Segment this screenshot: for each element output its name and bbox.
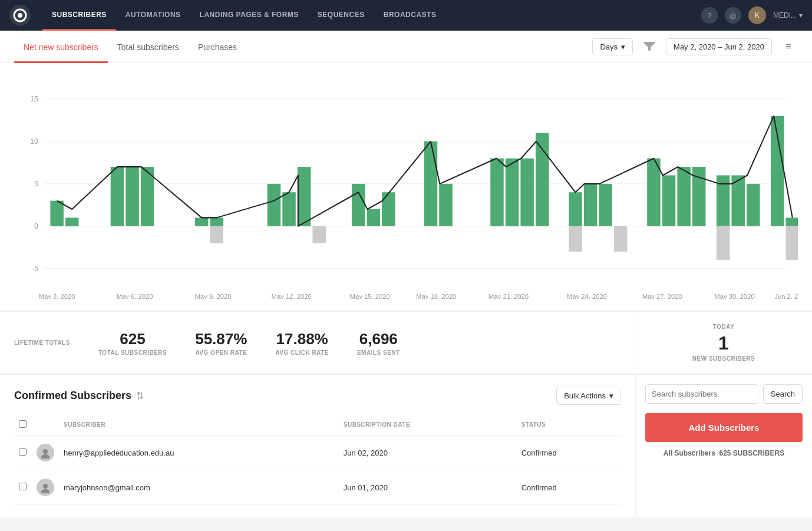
help-icon[interactable]: ?	[701, 7, 718, 24]
svg-rect-25	[352, 184, 365, 226]
search-row: Search	[645, 384, 803, 404]
subscribers-table: SUBSCRIBER SUBSCRIPTION DATE STATUS henr…	[14, 414, 621, 505]
chart-section: Net new subscribers Total subscribers Pu…	[0, 31, 812, 311]
col-date: SUBSCRIPTION DATE	[339, 414, 517, 436]
row-checkbox-2[interactable]	[19, 483, 27, 490]
svg-text:May 24, 2020: May 24, 2020	[567, 293, 607, 299]
nav-automations[interactable]: AUTOMATIONS	[116, 0, 190, 31]
svg-text:0: 0	[34, 222, 38, 230]
navigation: SUBSCRIBERS AUTOMATIONS LANDING PAGES & …	[0, 0, 812, 31]
svg-text:May 18, 2020: May 18, 2020	[416, 293, 456, 299]
col-status: STATUS	[517, 414, 621, 436]
lower-section: Confirmed Subscribers ⇅ Bulk Actions ▾ S…	[0, 374, 812, 517]
notifications-icon[interactable]: ◎	[725, 7, 741, 24]
svg-rect-40	[662, 175, 676, 226]
svg-text:Jun 2, 2020: Jun 2, 2020	[774, 293, 798, 299]
search-input[interactable]	[645, 384, 758, 404]
svg-text:May 27, 2020: May 27, 2020	[642, 293, 682, 299]
open-rate-value: 55.87%	[195, 330, 247, 348]
nav-landing-pages[interactable]: LANDING PAGES & FORMS	[190, 0, 308, 31]
stats-right: TODAY 1 NEW SUBSCRIBERS	[635, 312, 812, 374]
svg-rect-13	[50, 201, 64, 226]
section-title: Confirmed Subscribers	[14, 390, 131, 402]
stat-open-rate: 55.87% AVG OPEN RATE	[195, 330, 247, 356]
svg-rect-34	[569, 192, 582, 226]
stats-left: LIFETIME TOTALS 625 TOTAL SUBSCRIBERS 55…	[0, 312, 635, 374]
total-subscribers-value: 625	[98, 330, 167, 348]
lifetime-label: LIFETIME TOTALS	[14, 339, 70, 346]
svg-rect-24	[312, 226, 326, 243]
add-subscribers-button[interactable]: Add Subscribers	[645, 413, 803, 442]
svg-rect-21	[268, 184, 281, 226]
svg-text:May 15, 2020: May 15, 2020	[350, 293, 390, 299]
open-rate-label: AVG OPEN RATE	[195, 349, 247, 356]
avatar[interactable]: K	[748, 6, 766, 24]
svg-text:May 12, 2020: May 12, 2020	[272, 293, 312, 299]
dropdown-icon: ▾	[609, 391, 613, 400]
svg-rect-23	[298, 167, 311, 226]
filter-icon[interactable]	[640, 37, 659, 56]
row-checkbox-1[interactable]	[19, 448, 27, 456]
tab-purchases[interactable]: Purchases	[189, 31, 246, 63]
svg-rect-35	[584, 184, 598, 226]
svg-text:-5: -5	[32, 265, 38, 273]
svg-rect-37	[599, 184, 612, 226]
bulk-actions-button[interactable]: Bulk Actions ▾	[556, 387, 621, 405]
svg-rect-16	[126, 167, 139, 226]
svg-point-61	[43, 449, 48, 454]
all-subscribers-label: All Subscribers	[664, 449, 715, 457]
period-select[interactable]: Days ▾	[592, 38, 633, 55]
new-subscribers-value: 1	[718, 332, 729, 354]
svg-rect-36	[569, 226, 582, 252]
status-1: Confirmed	[517, 436, 621, 470]
svg-rect-39	[647, 159, 661, 226]
svg-rect-15	[111, 167, 124, 226]
svg-text:May 3, 2020: May 3, 2020	[39, 293, 75, 299]
avatar	[37, 479, 54, 496]
svg-rect-30	[490, 159, 504, 226]
svg-rect-48	[786, 217, 798, 226]
subscriber-email-1[interactable]: henry@appliededucation.edu.au	[59, 436, 339, 470]
svg-rect-26	[367, 209, 381, 226]
today-label: TODAY	[713, 324, 734, 330]
right-panel: Search Add Subscribers All Subscribers 6…	[635, 374, 812, 517]
subscription-date-2: Jun 01, 2020	[339, 470, 517, 505]
stats-row: LIFETIME TOTALS 625 TOTAL SUBSCRIBERS 55…	[0, 311, 812, 374]
select-all-checkbox[interactable]	[19, 420, 27, 428]
svg-rect-20	[210, 226, 224, 243]
tab-net-new[interactable]: Net new subscribers	[14, 31, 108, 63]
chart-menu-icon[interactable]: ≡	[779, 37, 798, 56]
svg-rect-45	[717, 226, 730, 260]
svg-rect-38	[614, 226, 628, 252]
chart-area: 15 10 5 0 -5	[0, 63, 812, 311]
logo[interactable]	[9, 5, 31, 26]
svg-text:May 6, 2020: May 6, 2020	[117, 293, 153, 299]
stat-emails-sent: 6,696 EMAILS SENT	[357, 330, 400, 356]
subscriber-email-2[interactable]: maryjohnson@gmail.com	[59, 470, 339, 505]
svg-rect-22	[282, 192, 296, 226]
new-subscribers-label: NEW SUBSCRIBERS	[692, 355, 755, 362]
svg-rect-29	[439, 184, 453, 226]
sort-icon[interactable]: ⇅	[136, 390, 144, 401]
date-range-picker[interactable]: May 2, 2020 – Jun 2, 2020	[666, 38, 772, 55]
emails-sent-label: EMAILS SENT	[357, 349, 400, 356]
subscribers-table-section: Confirmed Subscribers ⇅ Bulk Actions ▾ S…	[0, 374, 635, 517]
svg-rect-31	[506, 159, 519, 226]
total-subscribers-label: TOTAL SUBSCRIBERS	[98, 349, 167, 356]
click-rate-label: AVG CLICK RATE	[275, 349, 329, 356]
nav-subscribers[interactable]: SUBSCRIBERS	[42, 0, 116, 31]
account-menu[interactable]: MEDI... ▾	[773, 11, 803, 19]
tab-total[interactable]: Total subscribers	[108, 31, 189, 63]
nav-broadcasts[interactable]: BROADCASTS	[374, 0, 446, 31]
subscription-date-1: Jun 02, 2020	[339, 436, 517, 470]
click-rate-value: 17.88%	[275, 330, 329, 348]
svg-text:May 9, 2020: May 9, 2020	[195, 293, 232, 299]
svg-rect-32	[520, 159, 534, 226]
search-button[interactable]: Search	[763, 384, 803, 404]
chart-svg: 15 10 5 0 -5	[14, 75, 798, 299]
svg-rect-14	[65, 217, 79, 226]
svg-text:5: 5	[34, 180, 38, 188]
stat-click-rate: 17.88% AVG CLICK RATE	[275, 330, 329, 356]
svg-point-64	[41, 489, 49, 493]
nav-sequences[interactable]: SEQUENCES	[308, 0, 374, 31]
